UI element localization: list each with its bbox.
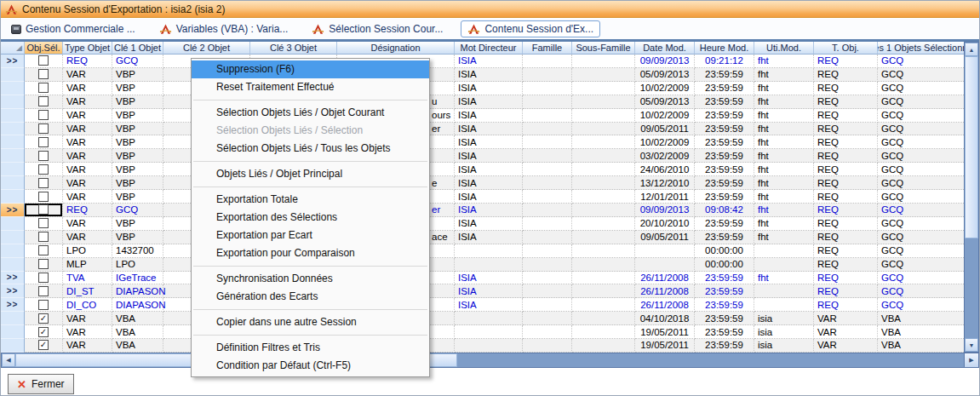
cell-uti-mod[interactable]: fht: [754, 149, 814, 163]
cell-famille[interactable]: [523, 325, 572, 339]
cell-uti-mod[interactable]: [754, 258, 814, 272]
row-selector-cell[interactable]: [1, 258, 25, 272]
cell-date-mod[interactable]: 09/09/2013: [635, 55, 695, 68]
cell-mot-directeur[interactable]: ISIA: [455, 82, 523, 95]
cell-heure-mod[interactable]: 23:59:59: [695, 135, 754, 149]
cell-sous-famille[interactable]: [572, 244, 635, 258]
column-header-t-obj[interactable]: T. Obj.: [814, 42, 878, 55]
cell-sous-famille[interactable]: [572, 217, 635, 231]
cell-cles-1-objets-selectionnes[interactable]: GCQ: [878, 123, 966, 136]
checkbox-unchecked[interactable]: [38, 204, 49, 215]
cell-type-objet[interactable]: VAR: [63, 123, 112, 136]
cell-cles-1-objets-selectionnes[interactable]: GCQ: [878, 272, 966, 285]
cell-mot-directeur[interactable]: ISIA: [455, 123, 523, 136]
row-selector-cell[interactable]: [1, 190, 25, 204]
cell-uti-mod[interactable]: fht: [754, 123, 814, 136]
cell-cle-1-objet[interactable]: VBA: [112, 339, 163, 353]
row-selector-cell[interactable]: [1, 231, 25, 244]
cell-date-mod[interactable]: 05/09/2013: [635, 68, 695, 82]
cell-mot-directeur[interactable]: ISIA: [455, 190, 523, 204]
cell-type-objet[interactable]: VAR: [63, 231, 112, 244]
cell-type-objet[interactable]: REQ: [63, 55, 112, 68]
cell-type-objet[interactable]: VAR: [63, 163, 112, 176]
cell-t-obj[interactable]: REQ: [814, 284, 878, 298]
cell-sous-famille[interactable]: [572, 95, 635, 109]
cell-sous-famille[interactable]: [572, 312, 635, 325]
cell-heure-mod[interactable]: 23:59:59: [695, 312, 754, 325]
cell-sous-famille[interactable]: [572, 135, 635, 149]
cell-sous-famille[interactable]: [572, 298, 635, 312]
cell-cles-1-objets-selectionnes[interactable]: GCQ: [878, 190, 966, 204]
cell-cles-1-objets-selectionnes[interactable]: GCQ: [878, 176, 966, 190]
cell-famille[interactable]: [523, 95, 572, 109]
cell-type-objet[interactable]: TVA: [63, 272, 112, 285]
cell-t-obj[interactable]: REQ: [814, 258, 878, 272]
cell-heure-mod[interactable]: 09:21:12: [695, 55, 754, 68]
checkbox-unchecked[interactable]: [38, 55, 49, 66]
row-selector-cell[interactable]: [1, 109, 25, 123]
cell-cle-1-objet[interactable]: VBP: [112, 82, 163, 95]
cell-cle-1-objet[interactable]: VBP: [112, 217, 163, 231]
cell-mot-directeur[interactable]: [455, 325, 523, 339]
checkbox-unchecked[interactable]: [38, 69, 49, 79]
cell-heure-mod[interactable]: 00:00:00: [695, 258, 754, 272]
cell-cles-1-objets-selectionnes[interactable]: GCQ: [878, 163, 966, 176]
column-header-designation[interactable]: Désignation: [337, 42, 455, 55]
cell-cle-1-objet[interactable]: VBP: [112, 231, 163, 244]
cell-obj-sel[interactable]: [25, 272, 63, 285]
cell-obj-sel[interactable]: [25, 190, 63, 204]
cell-t-obj[interactable]: REQ: [814, 176, 878, 190]
cell-obj-sel[interactable]: [25, 284, 63, 298]
checkbox-unchecked[interactable]: [38, 218, 49, 228]
cell-famille[interactable]: [523, 298, 572, 312]
column-header-obj-sel[interactable]: Obj.Sél.: [25, 42, 63, 55]
cell-mot-directeur[interactable]: [455, 244, 523, 258]
cell-cles-1-objets-selectionnes[interactable]: GCQ: [878, 109, 966, 123]
menu-item[interactable]: Définition Filtres et Tris: [192, 339, 429, 357]
cell-famille[interactable]: [523, 204, 572, 217]
cell-uti-mod[interactable]: fht: [754, 82, 814, 95]
checkbox-unchecked[interactable]: [38, 192, 49, 202]
cell-mot-directeur[interactable]: ISIA: [455, 163, 523, 176]
cell-date-mod[interactable]: 24/06/2010: [635, 163, 695, 176]
cell-heure-mod[interactable]: 23:59:59: [695, 95, 754, 109]
cell-famille[interactable]: [523, 339, 572, 353]
cell-famille[interactable]: [523, 82, 572, 95]
cell-sous-famille[interactable]: [572, 82, 635, 95]
cell-cle-1-objet[interactable]: VBP: [112, 95, 163, 109]
cell-sous-famille[interactable]: [572, 339, 635, 353]
cell-sous-famille[interactable]: [572, 272, 635, 285]
cell-sous-famille[interactable]: [572, 190, 635, 204]
cell-obj-sel[interactable]: [25, 231, 63, 244]
checkbox-unchecked[interactable]: [38, 123, 49, 134]
cell-famille[interactable]: [523, 109, 572, 123]
cell-type-objet[interactable]: VAR: [63, 82, 112, 95]
cell-famille[interactable]: [523, 55, 572, 68]
cell-t-obj[interactable]: REQ: [814, 298, 878, 312]
cell-type-objet[interactable]: DI_CO: [63, 298, 112, 312]
checkbox-unchecked[interactable]: [38, 178, 49, 188]
fermer-button[interactable]: ✕ Fermer: [8, 374, 74, 394]
cell-heure-mod[interactable]: 23:59:59: [695, 123, 754, 136]
cell-heure-mod[interactable]: 09:08:42: [695, 204, 754, 217]
column-header-cle-3-objet[interactable]: Clé 3 Objet: [250, 42, 337, 55]
cell-mot-directeur[interactable]: [455, 258, 523, 272]
cell-t-obj[interactable]: REQ: [814, 68, 878, 82]
cell-t-obj[interactable]: REQ: [814, 149, 878, 163]
cell-cle-1-objet[interactable]: GCQ: [112, 55, 163, 68]
row-selector-cell[interactable]: [1, 217, 25, 231]
cell-famille[interactable]: [523, 149, 572, 163]
cell-obj-sel[interactable]: [25, 68, 63, 82]
cell-cle-1-objet[interactable]: VBP: [112, 68, 163, 82]
cell-uti-mod[interactable]: isia: [754, 312, 814, 325]
row-selector-cell[interactable]: [1, 244, 25, 258]
checkbox-checked[interactable]: ✓: [38, 327, 49, 337]
checkbox-unchecked[interactable]: [38, 273, 49, 283]
row-selector-cell[interactable]: >>: [1, 284, 25, 298]
cell-mot-directeur[interactable]: ISIA: [455, 176, 523, 190]
cell-cle-1-objet[interactable]: VBP: [112, 163, 163, 176]
cell-cle-1-objet[interactable]: VBP: [112, 109, 163, 123]
cell-cles-1-objets-selectionnes[interactable]: GCQ: [878, 55, 966, 68]
cell-sous-famille[interactable]: [572, 55, 635, 68]
cell-type-objet[interactable]: VAR: [63, 217, 112, 231]
